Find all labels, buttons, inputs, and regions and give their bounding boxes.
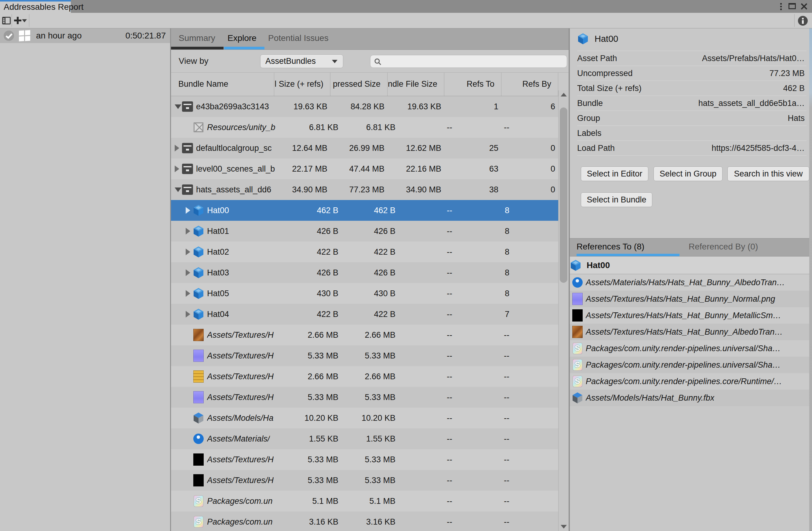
row-value-cell: 8 [459, 268, 516, 278]
row-value-cell: 0 [516, 289, 558, 298]
row-value-cell: 426 B [345, 268, 402, 278]
table-row[interactable]: level00_scenes_all_b22.17 MB47.44 MB22.1… [171, 159, 558, 179]
table-row[interactable]: Hat01426 B426 B--80 [171, 221, 558, 241]
expand-icon[interactable] [186, 311, 193, 318]
table-row[interactable]: e43ba2699a3c314319.63 KB84.28 KB19.63 KB… [171, 96, 558, 117]
reference-row[interactable]: Packages/com.unity.render-pipelines.core… [570, 373, 812, 389]
expand-icon[interactable] [175, 165, 182, 172]
column-header-4[interactable]: ndle File Size [388, 73, 444, 96]
table-row[interactable]: Hat05430 B430 B--80 [171, 283, 558, 304]
prefab-icon [193, 246, 204, 258]
table-row[interactable]: Hat03426 B426 B--80 [171, 262, 558, 283]
window-tab[interactable]: Addressables Report [0, 0, 71, 13]
table-row[interactable]: Assets/Textures/H5.33 MB5.33 MB----1 [171, 449, 558, 470]
shader-icon [572, 342, 583, 354]
table-row[interactable]: Assets/Models/Ha10.20 KB10.20 KB----1 [171, 408, 558, 428]
maximize-icon[interactable] [788, 3, 796, 9]
expand-icon[interactable] [175, 145, 182, 151]
field-value: Assets/Prefabs/Hats/Hat0… [617, 54, 807, 63]
scroll-down-icon[interactable] [561, 525, 567, 529]
report-duration: 0:50:21.87 [126, 31, 166, 41]
add-report-dropdown-icon[interactable] [22, 19, 27, 22]
row-value-cell: 38 [448, 185, 505, 194]
tab-explore[interactable]: Explore [228, 28, 257, 47]
toolbar-separator [12, 14, 12, 27]
row-value-cell: 3.16 KB [289, 517, 345, 527]
column-header-2[interactable]: l Size (+ refs) [274, 73, 330, 96]
button-select-in-group[interactable]: Select in Group [653, 166, 723, 181]
collapse-icon[interactable] [175, 188, 182, 192]
view-by-dropdown[interactable]: AssetBundles [260, 54, 343, 68]
reference-row[interactable]: Assets/Textures/Hats/Hats_Hat_Bunny_Albe… [570, 324, 812, 340]
reference-row[interactable]: Assets/Models/Hats/Hat_Bunny.fbx [570, 389, 812, 406]
column-header-5[interactable]: Refs To [444, 73, 502, 96]
table-row[interactable]: Hat00462 B462 B--80 [171, 200, 558, 221]
info-icon[interactable] [798, 16, 808, 26]
table-row[interactable]: Resources/unity_b6.81 KB6.81 KB----0 [171, 117, 558, 138]
table-row[interactable]: Assets/Textures/H5.33 MB5.33 MB----1 [171, 387, 558, 408]
references-header-row[interactable]: Hat00 [570, 256, 812, 274]
prefab-icon [193, 287, 204, 299]
table-scrollbar[interactable] [558, 90, 569, 531]
scrollbar-thumb[interactable] [560, 107, 567, 283]
reference-row[interactable]: Packages/com.unity.render-pipelines.univ… [570, 357, 812, 373]
bundle-name-cell: Assets/Textures/H [171, 449, 289, 470]
tab-potential-issues[interactable]: Potential Issues [268, 28, 329, 47]
toggle-sidebar-icon[interactable] [2, 17, 11, 25]
column-header-6[interactable]: Refs By [502, 73, 558, 96]
table-row[interactable]: Assets/Textures/H5.33 MB5.33 MB----1 [171, 470, 558, 491]
row-value-cell: 34.90 MB [391, 185, 448, 194]
reference-row[interactable]: Assets/Textures/Hats/Hats_Hat_Bunny_Meta… [570, 307, 812, 324]
button-select-in-bundle[interactable]: Select in Bundle [581, 192, 652, 207]
view-by-label: View by [179, 50, 208, 72]
table-row[interactable]: Hat02422 B422 B--80 [171, 241, 558, 262]
reference-row[interactable]: Packages/com.unity.render-pipelines.univ… [570, 340, 812, 357]
tab-references-to-8-[interactable]: References To (8) [577, 238, 644, 254]
tab-referenced-by-0-[interactable]: Referenced By (0) [688, 238, 758, 254]
table-row[interactable]: Hat04422 B422 B--70 [171, 304, 558, 325]
reference-row[interactable]: Assets/Textures/Hats/Hats_Hat_Bunny_Norm… [570, 291, 812, 307]
row-value-cell: 462 B [345, 206, 402, 215]
search-box[interactable] [370, 55, 567, 68]
close-icon[interactable] [800, 2, 808, 10]
table-row[interactable]: hats_assets_all_dd634.90 MB77.23 MB34.90… [171, 179, 558, 200]
expand-icon[interactable] [186, 269, 193, 276]
row-value-cell: 12.62 MB [391, 144, 448, 153]
window-menu-icon[interactable] [777, 2, 785, 10]
table-row[interactable]: Assets/Textures/H2.66 MB2.66 MB----1 [171, 325, 558, 345]
field-key: Asset Path [577, 54, 617, 63]
expand-icon[interactable] [186, 249, 193, 255]
tab-summary[interactable]: Summary [179, 28, 215, 47]
table-row[interactable]: Assets/Textures/H5.33 MB5.33 MB----1 [171, 345, 558, 366]
row-name-label: Resources/unity_b [207, 123, 275, 132]
column-header-1[interactable]: Bundle Name [171, 73, 274, 96]
row-value-cell: 8 [459, 226, 516, 236]
expand-icon[interactable] [186, 207, 193, 214]
inspector-field-row: Total Size (+ refs)462 B [577, 80, 807, 95]
bundle-name-cell: Packages/com.un [171, 491, 289, 512]
add-report-icon[interactable] [13, 16, 22, 25]
column-header-3[interactable]: pressed Size [330, 73, 388, 96]
expand-icon[interactable] [186, 290, 193, 297]
button-search-in-this-view[interactable]: Search in this view [727, 166, 809, 181]
row-value-cell: 2.66 MB [289, 372, 345, 381]
row-value-cell: -- [459, 455, 516, 464]
reference-row[interactable]: Assets/Materials/Hats/Hats_Hat_Bunny_Alb… [570, 274, 812, 291]
collapse-icon[interactable] [175, 104, 182, 109]
row-value-cell: 2.66 MB [345, 330, 402, 340]
search-input[interactable] [384, 56, 562, 67]
expand-icon[interactable] [186, 228, 193, 235]
table-row[interactable]: defaultlocalgroup_sc12.64 MB26.99 MB12.6… [171, 138, 558, 159]
prefab-icon [193, 225, 204, 237]
row-value-cell: 77.23 MB [334, 185, 391, 194]
table-row[interactable]: Packages/com.un3.16 KB3.16 KB----6 [171, 512, 558, 531]
button-select-in-editor[interactable]: Select in Editor [581, 166, 648, 181]
scroll-up-icon[interactable] [561, 93, 567, 97]
report-list-item[interactable]: an hour ago 0:50:21.87 [0, 28, 170, 43]
row-name-label: Hat05 [207, 289, 229, 298]
table-row[interactable]: Assets/Textures/H2.66 MB2.66 MB----1 [171, 366, 558, 387]
bundle-name-cell: Assets/Textures/H [171, 387, 289, 408]
table-row[interactable]: Assets/Materials/1.55 KB1.55 KB----1 [171, 428, 558, 449]
table-row[interactable]: Packages/com.un5.1 MB5.1 MB----6 [171, 491, 558, 512]
bundle-name-cell: Hat00 [171, 200, 289, 221]
